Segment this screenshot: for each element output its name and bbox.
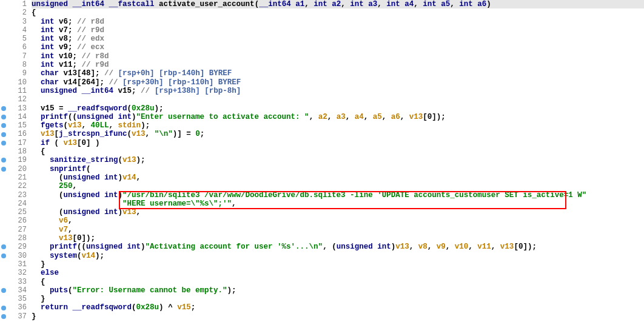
breakpoint-dot-icon[interactable] bbox=[1, 253, 6, 258]
code-line[interactable]: else bbox=[32, 269, 644, 277]
line-number[interactable]: 15 bbox=[0, 121, 29, 130]
code-line[interactable]: int v11; // r9d bbox=[32, 61, 644, 69]
line-number[interactable]: 8 bbox=[0, 61, 29, 69]
tok: v14 bbox=[64, 78, 78, 87]
breakpoint-dot-icon[interactable] bbox=[1, 314, 6, 319]
code-line[interactable]: { bbox=[32, 278, 644, 286]
code-line[interactable]: int v9; // ecx bbox=[32, 43, 644, 52]
line-number[interactable]: 31 bbox=[0, 260, 29, 269]
line-number[interactable]: 35 bbox=[0, 295, 29, 303]
code-line[interactable]: int v7; // r9d bbox=[32, 26, 644, 35]
function-name[interactable]: activate_user_account bbox=[159, 0, 255, 8]
tok: ); bbox=[95, 252, 104, 260]
code-line[interactable]: return __readfsqword(0x28u) ^ v15; bbox=[32, 303, 644, 312]
line-number[interactable]: 12 bbox=[0, 95, 29, 104]
code-line[interactable]: system(v14); bbox=[32, 252, 644, 260]
tok: v13 bbox=[409, 113, 423, 121]
breakpoint-dot-icon[interactable] bbox=[1, 141, 6, 146]
code-line[interactable]: "HERE username=\"%s\";'", bbox=[32, 200, 644, 208]
breakpoint-dot-icon[interactable] bbox=[1, 158, 6, 163]
line-number[interactable]: 2 bbox=[0, 8, 29, 17]
line-number[interactable]: 22 bbox=[0, 182, 29, 190]
tok: , bbox=[446, 243, 455, 251]
tok: 0x28u bbox=[132, 104, 155, 113]
line-number[interactable]: 16 bbox=[0, 130, 29, 138]
code-line[interactable]: fgets(v13, 40LL, stdin); bbox=[32, 121, 644, 130]
line-number[interactable]: 17 bbox=[0, 139, 29, 147]
tok: v13 bbox=[59, 234, 73, 243]
line-number[interactable]: 29 bbox=[0, 243, 29, 251]
code-area[interactable]: unsigned __int64 __fastcall activate_use… bbox=[32, 0, 644, 321]
tok: , bbox=[323, 243, 332, 251]
breakpoint-dot-icon[interactable] bbox=[1, 132, 6, 137]
code-line[interactable]: char v13[48]; // [rsp+0h] [rbp-140h] BYR… bbox=[32, 69, 644, 78]
code-line[interactable]: (unsigned int)v13, bbox=[32, 208, 644, 216]
code-line[interactable]: v7, bbox=[32, 226, 644, 234]
line-number[interactable]: 28 bbox=[0, 234, 29, 243]
line-number[interactable]: 7 bbox=[0, 52, 29, 61]
line-number[interactable]: 33 bbox=[0, 278, 29, 286]
code-line[interactable]: v6, bbox=[32, 216, 644, 225]
line-number[interactable]: 24 bbox=[0, 200, 29, 208]
line-number[interactable]: 32 bbox=[0, 269, 29, 277]
code-line[interactable]: (unsigned int)v14, bbox=[32, 173, 644, 182]
line-number[interactable]: 30 bbox=[0, 252, 29, 260]
line-number[interactable]: 26 bbox=[0, 216, 29, 225]
line-number[interactable]: 21 bbox=[0, 173, 29, 182]
line-number[interactable]: 23 bbox=[0, 191, 29, 200]
line-number[interactable]: 19 bbox=[0, 156, 29, 164]
line-number[interactable]: 9 bbox=[0, 69, 29, 78]
code-line[interactable]: char v14[264]; // [rsp+30h] [rbp-110h] B… bbox=[32, 78, 644, 87]
line-number[interactable]: 14 bbox=[0, 113, 29, 121]
code-line[interactable]: unsigned __int64 __fastcall activate_use… bbox=[32, 0, 644, 8]
tok: [rsp+0h] [rbp-140h] BYREF bbox=[118, 69, 232, 78]
code-line[interactable]: int v8; // edx bbox=[32, 35, 644, 43]
line-number[interactable]: 11 bbox=[0, 87, 29, 95]
code-line[interactable]: printf((unsigned int)"Activating account… bbox=[32, 243, 644, 251]
line-number[interactable]: 13 bbox=[0, 104, 29, 113]
line-number[interactable]: 27 bbox=[0, 226, 29, 234]
code-line[interactable]: (unsigned int)"/usr/bin/sqlite3 /var/www… bbox=[32, 191, 644, 200]
code-line[interactable]: v13[0]); bbox=[32, 234, 644, 243]
line-number[interactable]: 10 bbox=[0, 78, 29, 87]
code-line[interactable]: if ( v13[0] ) bbox=[32, 139, 644, 147]
code-line[interactable]: } bbox=[32, 295, 644, 303]
line-number[interactable]: 3 bbox=[0, 18, 29, 26]
code-line[interactable]: printf((unsigned int)"Enter username to … bbox=[32, 113, 644, 121]
breakpoint-dot-icon[interactable] bbox=[1, 115, 6, 119]
breakpoint-dot-icon[interactable] bbox=[1, 123, 6, 128]
code-line[interactable]: 250, bbox=[32, 182, 644, 190]
code-line[interactable]: snprintf( bbox=[32, 165, 644, 173]
code-line[interactable]: unsigned __int64 v15; // [rsp+138h] [rbp… bbox=[32, 87, 644, 95]
line-number[interactable]: 4 bbox=[0, 26, 29, 35]
code-line[interactable]: { bbox=[32, 8, 644, 17]
line-number[interactable]: 5 bbox=[0, 35, 29, 43]
code-line[interactable]: puts("Error: Username cannot be empty.")… bbox=[32, 286, 644, 295]
line-number[interactable]: 36 bbox=[0, 303, 29, 312]
code-line[interactable]: } bbox=[32, 312, 644, 321]
line-number[interactable]: 20 bbox=[0, 165, 29, 173]
code-line[interactable]: } bbox=[32, 260, 644, 269]
line-number[interactable]: 37 bbox=[0, 312, 29, 321]
line-number[interactable]: 1 bbox=[0, 0, 29, 8]
line-number[interactable]: 6 bbox=[0, 43, 29, 52]
breakpoint-dot-icon[interactable] bbox=[1, 167, 6, 172]
code-line[interactable]: int v6; // r8d bbox=[32, 18, 644, 26]
code-line[interactable]: v15 = __readfsqword(0x28u); bbox=[32, 104, 644, 113]
code-line[interactable]: v13[j_strcspn_ifunc(v13, "\n")] = 0; bbox=[32, 130, 644, 138]
tok: v14 bbox=[82, 252, 96, 260]
breakpoint-dot-icon[interactable] bbox=[1, 288, 6, 293]
code-line[interactable] bbox=[32, 95, 644, 104]
line-number[interactable]: 25 bbox=[0, 208, 29, 216]
breakpoint-dot-icon[interactable] bbox=[1, 244, 6, 249]
code-line[interactable]: sanitize_string(v13); bbox=[32, 156, 644, 164]
line-number[interactable]: 34 bbox=[0, 286, 29, 295]
breakpoint-dot-icon[interactable] bbox=[1, 106, 6, 111]
breakpoint-dot-icon[interactable] bbox=[1, 306, 6, 310]
tok: printf bbox=[50, 243, 77, 251]
line-number[interactable]: 18 bbox=[0, 147, 29, 156]
tok: ; bbox=[68, 18, 77, 26]
tok: unsigned int bbox=[64, 191, 118, 200]
code-line[interactable]: int v10; // r8d bbox=[32, 52, 644, 61]
code-line[interactable]: { bbox=[32, 147, 644, 156]
